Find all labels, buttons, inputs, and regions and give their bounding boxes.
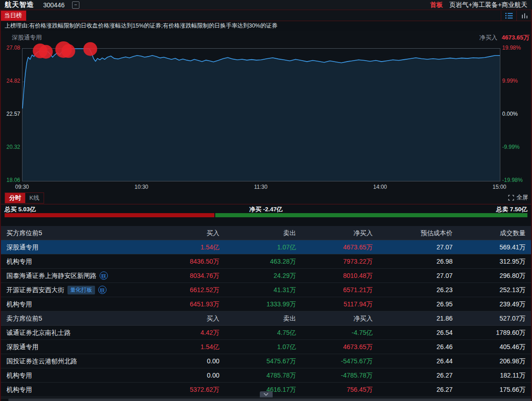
value-cell: 26.98 [373, 254, 453, 268]
value-cell: 5117.94万 [296, 297, 373, 311]
list-icon [505, 12, 513, 19]
bar-chart-icon [521, 12, 528, 19]
seat-name: 诚通证券北京南礼士路 [6, 326, 71, 339]
fullscreen-button[interactable]: 全屏 [508, 193, 528, 202]
price-line-chart [22, 49, 500, 181]
value-cell: 1333.99万 [219, 297, 296, 311]
axis-tick-label: 24.82 [0, 78, 20, 84]
value-cell: 5475.67万 [219, 354, 296, 368]
value-cell: 463.28万 [219, 254, 296, 268]
value-cell: -5475.67万 [296, 354, 373, 368]
column-header: 预估成本价 [373, 226, 453, 240]
tab-daily-list[interactable]: 当日榜 [0, 11, 26, 21]
seat-name: 深股通专用 [6, 340, 39, 354]
table-row[interactable]: 深股通专用1.54亿1.07亿4673.65万26.46405.46万 [0, 340, 532, 354]
table-row[interactable]: 国泰海通证券上海静安区新闸路联8034.76万24.29万8010.48万27.… [0, 269, 532, 283]
value-cell: 252.13万 [453, 283, 532, 297]
table-row[interactable]: 机构专用6451.93万1333.99万5117.94万26.95239.49万 [0, 297, 532, 311]
value-cell: -4785.78万 [296, 368, 373, 382]
value-cell: 296.80万 [453, 269, 532, 282]
table-row[interactable]: 机构专用0.004785.78万-4785.78万26.27182.11万 [0, 368, 532, 383]
value-cell: 26.54 [373, 326, 453, 339]
value-cell: 312.95万 [453, 254, 532, 268]
buy-sell-ratio-bar [5, 213, 527, 217]
net-buy: 净买 -2.47亿 [249, 205, 282, 214]
value-cell: 6571.21万 [296, 283, 373, 297]
seat-name-cell: 机构专用 [0, 297, 154, 311]
horizontal-scrollbar[interactable] [8, 399, 532, 401]
linked-seat-badge[interactable]: 联 [100, 271, 108, 280]
chevron-down-icon [263, 393, 269, 396]
sell-ratio-segment [215, 213, 527, 217]
value-cell: 1.54亿 [154, 240, 219, 254]
axis-tick-label: 27.08 [0, 45, 20, 51]
seat-name-cell: 诚通证券北京南礼士路 [0, 326, 154, 339]
axis-tick-label: -19.98% [502, 177, 523, 183]
value-cell: 26.46 [373, 340, 453, 354]
seat-name-cell: 机构专用 [0, 368, 154, 382]
table-header-row: 买方席位前5买入卖出净买入预估成本价成交数量 [0, 226, 532, 240]
listing-reason: 上榜理由:有价格涨跌幅限制的日收盘价格涨幅达到15%的证券;有价格涨跌幅限制的日… [0, 21, 532, 31]
buy-ratio-segment [5, 213, 214, 217]
value-cell: 5372.62万 [154, 383, 219, 396]
seat-name: 国投证券连云港郁州北路 [6, 354, 77, 368]
axis-tick-label: 09:30 [15, 184, 29, 190]
seat-label: 深股通专用 [12, 34, 42, 42]
minus-icon[interactable]: − [72, 1, 79, 9]
table-row[interactable]: 开源证券西安西大街量化打板联6612.52万41.31万6571.21万26.2… [0, 283, 532, 297]
concept-tags: 页岩气+海工装备+商业航天 [449, 1, 527, 9]
seat-name-cell: 机构专用 [0, 254, 154, 268]
seat-name-cell: 机构专用 [0, 383, 154, 396]
stock-name: 航天智造 [5, 0, 34, 9]
table-row[interactable]: 机构专用8436.50万463.28万7973.22万26.98312.95万 [0, 254, 532, 269]
fullscreen-icon [508, 195, 514, 201]
table-header-row: 卖方席位前5买入卖出净买入21.86527.07万 [0, 311, 532, 326]
value-cell: 26.27 [373, 368, 453, 382]
seat-name-cell: 深股通专用 [0, 240, 154, 254]
value-cell: 1.54亿 [154, 340, 219, 354]
axis-tick-label: 20.32 [0, 144, 20, 150]
table-row[interactable]: 深股通专用1.54亿1.07亿4673.65万27.07569.41万 [0, 240, 532, 254]
list-view-button[interactable] [501, 11, 516, 21]
value-cell: 756.45万 [296, 383, 373, 396]
time-series-plot[interactable] [22, 48, 500, 181]
table-row[interactable]: 国投证券连云港郁州北路0.005475.67万-5475.67万26.44206… [0, 354, 532, 368]
axis-tick-label: 18.06 [0, 177, 20, 183]
axis-tick-label: 15:00 [493, 184, 506, 190]
bottom-divider [0, 398, 532, 398]
chart-view-button[interactable] [516, 11, 532, 21]
seat-name: 深股通专用 [6, 240, 39, 254]
value-cell: 405.46万 [453, 340, 532, 354]
value-cell: 4785.78万 [219, 368, 296, 382]
net-buy-value: 4673.65万 [502, 34, 529, 41]
value-cell: 41.31万 [219, 283, 296, 297]
value-cell: 6612.52万 [154, 283, 219, 297]
column-header: 买入 [154, 226, 219, 240]
quant-board-badge[interactable]: 量化打板 [67, 286, 95, 294]
value-cell: 1.07亿 [219, 340, 296, 354]
value-cell: 26.27 [373, 383, 453, 396]
value-cell: 1789.60万 [453, 326, 532, 339]
table-row[interactable]: 诚通证券北京南礼士路4.42万4.75亿-4.75亿26.541789.60万 [0, 326, 532, 340]
axis-tick-label: 14:00 [373, 184, 387, 190]
axis-tick-label: 9.99% [502, 78, 518, 84]
value-cell: 26.44 [373, 354, 453, 368]
seat-name: 国泰海通证券上海静安区新闸路 [6, 269, 96, 282]
linked-seat-badge[interactable]: 联 [98, 286, 106, 294]
column-header: 成交数量 [453, 226, 532, 240]
buy-sell-summary: 总买 5.03亿 净买 -2.47亿 总卖 7.50亿 [5, 205, 527, 213]
axis-tick-label: 22.57 [0, 111, 20, 117]
axis-tick-label: 11:30 [254, 184, 267, 190]
column-header: 净买入 [296, 311, 373, 325]
column-header: 净买入 [296, 226, 373, 240]
tab-minute[interactable]: 分时 [5, 193, 25, 203]
value-cell: 175.66万 [453, 383, 532, 396]
value-cell: 182.11万 [453, 368, 532, 382]
seat-name: 机构专用 [6, 254, 32, 268]
tab-kline[interactable]: K线 [25, 193, 44, 203]
column-header: 527.07万 [453, 311, 532, 325]
value-cell: 569.41万 [453, 240, 532, 254]
value-cell: 27.07 [373, 269, 453, 282]
value-cell: 4616.17万 [219, 383, 296, 396]
expand-more-button[interactable] [260, 391, 273, 397]
